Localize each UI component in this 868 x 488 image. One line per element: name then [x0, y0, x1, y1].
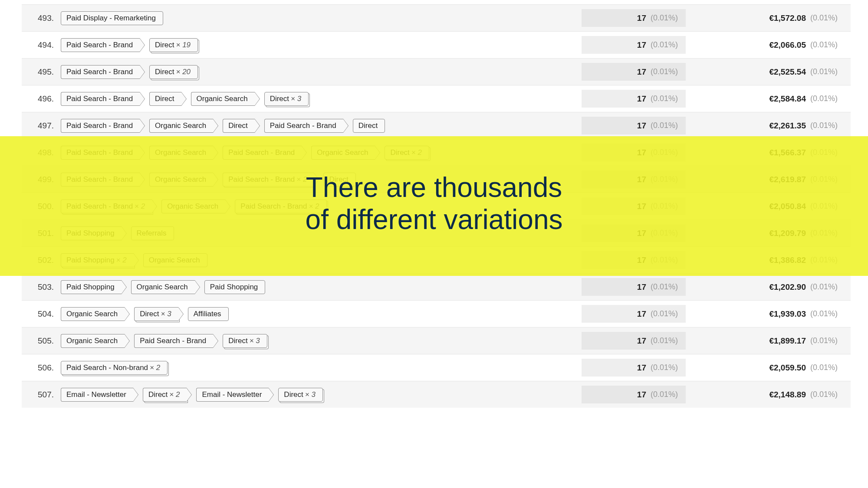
channel-multiplier: × 3 — [250, 337, 260, 345]
revenue-pct: (0.01%) — [810, 94, 838, 103]
channel-chip[interactable]: Direct × 20 — [149, 65, 198, 79]
channel-chip[interactable]: Paid Search - Brand × 2 — [223, 173, 314, 187]
revenue-value: €2,261.35 — [769, 121, 806, 131]
channel-chip[interactable]: Organic Search — [191, 92, 255, 106]
channel-chip[interactable]: Direct — [353, 119, 385, 133]
table-row[interactable]: 495.Paid Search - BrandDirect × 2017(0.0… — [22, 58, 851, 85]
revenue-cell: €1,572.08(0.01%) — [686, 13, 851, 23]
conversions-cell: 17(0.01%) — [582, 90, 686, 108]
channel-chip[interactable]: Paid Shopping — [61, 226, 122, 240]
channel-chip[interactable]: Paid Search - Brand — [61, 173, 140, 187]
channel-multiplier: × 3 — [161, 310, 171, 318]
row-number: 494. — [22, 40, 61, 50]
conversions-value: 17 — [637, 202, 646, 211]
revenue-cell: €1,939.03(0.01%) — [686, 309, 851, 319]
conversions-pct: (0.01%) — [651, 390, 678, 399]
table-row[interactable]: 494.Paid Search - BrandDirect × 1917(0.0… — [22, 31, 851, 58]
table-row[interactable]: 507.Email - NewsletterDirect × 2Email - … — [22, 381, 851, 408]
channel-chip[interactable]: Paid Search - Brand — [61, 119, 140, 133]
conversions-pct: (0.01%) — [651, 94, 678, 103]
conversions-cell: 17(0.01%) — [582, 224, 686, 242]
channel-chip[interactable]: Paid Search - Brand — [61, 65, 140, 79]
table-row[interactable]: 506.Paid Search - Non-brand × 217(0.01%)… — [22, 354, 851, 381]
table-row[interactable]: 496.Paid Search - BrandDirectOrganic Sea… — [22, 85, 851, 112]
revenue-pct: (0.01%) — [810, 255, 838, 265]
revenue-cell: €2,525.54(0.01%) — [686, 67, 851, 77]
conversions-value: 17 — [637, 94, 646, 104]
channel-chip[interactable]: Direct × 2 — [385, 146, 429, 160]
channel-chip[interactable]: Direct × 3 — [223, 334, 267, 348]
conversion-path: Paid Search - Brand × 2Organic SearchPai… — [61, 200, 582, 213]
conversion-path: Paid ShoppingReferrals — [61, 226, 582, 240]
channel-chip[interactable]: Organic Search — [149, 173, 213, 187]
channel-chip[interactable]: Organic Search — [161, 200, 225, 213]
channel-chip[interactable]: Organic Search — [149, 146, 213, 160]
row-number: 506. — [22, 363, 61, 373]
table-row[interactable]: 504.Organic SearchDirect × 3Affiliates17… — [22, 300, 851, 327]
row-number: 498. — [22, 148, 61, 157]
channel-chip[interactable]: Direct × 3 — [278, 388, 323, 402]
conversions-cell: 17(0.01%) — [582, 117, 686, 134]
revenue-cell: €1,566.37(0.01%) — [686, 148, 851, 157]
table-row[interactable]: 500.Paid Search - Brand × 2Organic Searc… — [22, 193, 851, 219]
channel-chip[interactable]: Direct — [149, 92, 181, 106]
channel-chip[interactable]: Email - Newsletter — [196, 388, 269, 402]
conversion-path: Paid Search - BrandOrganic SearchDirectP… — [61, 119, 582, 133]
channel-chip[interactable]: Direct × 3 — [134, 307, 178, 321]
table-row[interactable]: 501.Paid ShoppingReferrals17(0.01%)€1,20… — [22, 219, 851, 246]
channel-chip[interactable]: Paid Search - Brand × 2 — [235, 200, 326, 213]
table-row[interactable]: 502.Paid Shopping × 2Organic Search17(0.… — [22, 246, 851, 273]
channel-label: Affiliates — [194, 310, 221, 318]
row-number: 500. — [22, 202, 61, 211]
revenue-cell: €2,261.35(0.01%) — [686, 121, 851, 131]
channel-label: Direct — [140, 310, 159, 318]
revenue-pct: (0.01%) — [810, 309, 838, 318]
channel-chip[interactable]: Direct — [223, 119, 254, 133]
channel-chip[interactable]: Paid Search - Brand — [264, 119, 343, 133]
conversions-cell: 17(0.01%) — [582, 359, 686, 377]
revenue-cell: €1,386.82(0.01%) — [686, 255, 851, 265]
channel-chip[interactable]: Direct × 3 — [264, 92, 309, 106]
table-row[interactable]: 505.Organic SearchPaid Search - BrandDir… — [22, 327, 851, 354]
channel-chip[interactable]: Paid Search - Brand — [61, 146, 140, 160]
channel-chip[interactable]: Paid Search - Non-brand × 2 — [61, 361, 168, 375]
conversion-path: Email - NewsletterDirect × 2Email - News… — [61, 388, 582, 402]
table-row[interactable]: 498.Paid Search - BrandOrganic SearchPai… — [22, 139, 851, 166]
row-number: 505. — [22, 336, 61, 346]
channel-label: Organic Search — [149, 256, 200, 265]
channel-label: Paid Shopping — [66, 283, 115, 291]
channel-chip[interactable]: Paid Search - Brand × 2 — [61, 200, 152, 213]
channel-chip[interactable]: Paid Search - Brand — [134, 334, 213, 348]
channel-chip[interactable]: Direct × 2 — [143, 388, 187, 402]
channel-chip[interactable]: Paid Search - Brand — [61, 38, 140, 52]
channel-chip[interactable]: Direct × 19 — [149, 38, 198, 52]
table-row[interactable]: 497.Paid Search - BrandOrganic SearchDir… — [22, 112, 851, 139]
revenue-pct: (0.01%) — [810, 148, 838, 157]
channel-multiplier: × 19 — [176, 41, 191, 49]
channel-chip[interactable]: Direct — [323, 173, 355, 187]
channel-chip[interactable]: Paid Search - Brand — [61, 92, 140, 106]
channel-chip[interactable]: Organic Search — [131, 280, 195, 294]
channel-chip[interactable]: Paid Shopping — [61, 280, 122, 294]
conversion-path: Paid Display - Remarketing — [61, 11, 582, 25]
channel-chip[interactable]: Paid Search - Brand — [223, 146, 302, 160]
channel-chip[interactable]: Organic Search — [311, 146, 375, 160]
channel-chip[interactable]: Paid Shopping — [204, 280, 266, 294]
channel-chip[interactable]: Organic Search — [61, 334, 125, 348]
channel-chip[interactable]: Affiliates — [188, 307, 229, 321]
channel-chip[interactable]: Organic Search — [143, 253, 207, 267]
channel-label: Direct — [329, 175, 348, 184]
channel-label: Direct — [358, 121, 378, 130]
channel-chip[interactable]: Paid Shopping × 2 — [61, 253, 134, 267]
channel-chip[interactable]: Organic Search — [61, 307, 125, 321]
table-row[interactable]: 493.Paid Display - Remarketing17(0.01%)€… — [22, 4, 851, 31]
table-row[interactable]: 499.Paid Search - BrandOrganic SearchPai… — [22, 166, 851, 193]
conversions-pct: (0.01%) — [651, 121, 678, 130]
channel-label: Paid Search - Brand — [66, 148, 133, 157]
channel-chip[interactable]: Paid Display - Remarketing — [61, 11, 163, 25]
table-row[interactable]: 503.Paid ShoppingOrganic SearchPaid Shop… — [22, 273, 851, 300]
channel-chip[interactable]: Referrals — [131, 226, 174, 240]
channel-chip[interactable]: Email - Newsletter — [61, 388, 133, 402]
channel-chip[interactable]: Organic Search — [149, 119, 213, 133]
conversions-value: 17 — [637, 282, 646, 292]
